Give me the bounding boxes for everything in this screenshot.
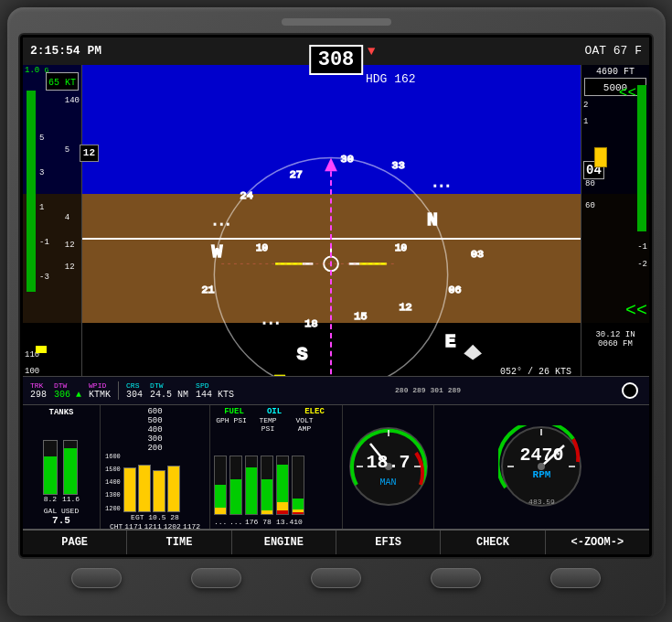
hw-button-5[interactable]	[550, 568, 601, 588]
hdg-label: HDG 162	[366, 72, 416, 86]
tach-gauge: 2470 RPM 483.59	[498, 425, 585, 508]
as-scale: 5 3 1 -1 -3	[39, 134, 49, 282]
elec-col-header: ELEC	[297, 407, 332, 416]
heading-box: 308	[309, 45, 364, 75]
egt-bar-3	[153, 470, 165, 512]
nav-dtw: DTW 306 ▲	[54, 381, 81, 400]
dtw2-value: 24.5 NM	[150, 390, 188, 400]
gal-used-value: 7.5	[26, 515, 97, 526]
oil-temp-val: 176	[245, 518, 258, 526]
alt-green-bar	[637, 85, 646, 231]
oat-display: OAT 67 F	[585, 44, 642, 58]
foe-values: ... ... 176 78 13.4 10	[212, 517, 340, 527]
dtw2-label: DTW	[150, 381, 188, 390]
hdg-row: 280 289 301 289	[241, 386, 614, 394]
svg-text:S: S	[297, 345, 308, 365]
hw-button-2[interactable]	[191, 568, 241, 588]
volt-val: 13.4	[276, 518, 289, 526]
hw-button-1[interactable]	[71, 568, 122, 588]
fuel-psi-fill	[230, 479, 241, 514]
wpid-label: WPID	[89, 381, 111, 390]
oil-col-header: OIL	[257, 407, 292, 416]
altimeter-sub: 0060 FM	[581, 339, 649, 349]
cdi-dot	[622, 382, 638, 399]
airspeed-green-bar	[27, 91, 36, 292]
fuel-psi-val: ...	[229, 518, 242, 526]
tach-rpm-label: RPM	[533, 468, 551, 479]
screen: 2:15:54 PM ADVANCED ▼ OAT 67 F 308 HDG 1…	[23, 38, 649, 554]
egt-label-row: EGT 10.5 28	[102, 513, 208, 521]
tank-left-value: 8.2	[44, 495, 57, 503]
vsi-chevron: <<	[625, 300, 647, 321]
nav-trk: TRK 298	[30, 381, 47, 400]
nav-divider1	[118, 381, 119, 400]
nav-dtw2: DTW 24.5 NM	[150, 381, 188, 400]
dtw-value: 306 ▲	[54, 390, 81, 400]
egt-scale-label: 600500400300200	[102, 407, 208, 453]
device-shell: 2:15:54 PM ADVANCED ▼ OAT 67 F 308 HDG 1…	[7, 7, 666, 616]
egt-scale-nums: 16001500140013001200	[105, 453, 122, 512]
crs-label: CRS	[126, 381, 143, 390]
fuel-gph-val: ...	[214, 518, 227, 526]
fuel-oil-elec-section: FUEL OIL ELEC GPH PSI TEMP PSI VOLT AMP	[210, 405, 343, 529]
volt-red	[277, 510, 288, 513]
nav-btn-engine[interactable]: ENGINE	[232, 531, 336, 554]
man-pressure-value: 18.7	[366, 452, 410, 473]
kt-label: 65 KT	[48, 78, 76, 88]
time-display: 2:15:54 PM	[30, 44, 101, 58]
alt-yellow-bug	[594, 147, 607, 167]
foe-bars	[212, 433, 340, 517]
nav-btn-efis[interactable]: EFIS	[336, 531, 441, 554]
screen-bezel: 2:15:54 PM ADVANCED ▼ OAT 67 F 308 HDG 1…	[18, 33, 654, 559]
tach-sub-value: 483.59	[528, 498, 555, 506]
fuel-col-header: FUEL	[217, 407, 251, 416]
nav-wpid: WPID KTMK	[89, 381, 111, 400]
egt-bar-1	[123, 467, 136, 512]
crs-value: 304	[126, 390, 143, 400]
amp-fill	[293, 499, 304, 510]
airspeed-numbers: 140 5 12 4 12 12	[65, 94, 80, 274]
engine-section: TANKS 8.2 11.6	[23, 405, 649, 529]
tank-left-bar: 8.2	[43, 440, 58, 503]
fuel-gph-bar	[214, 456, 227, 515]
as-bug	[36, 346, 47, 353]
tank-left-fill	[44, 456, 57, 494]
alt-chevron: <<	[619, 85, 636, 102]
trk-value: 298	[30, 390, 47, 400]
vsi-numbers: -1 -2	[637, 239, 647, 275]
amp-red	[293, 512, 304, 513]
man-gauge: 18.7 MAN	[347, 425, 430, 508]
as-bottom: 110 100	[25, 350, 39, 376]
nav-crs: CRS 304	[126, 381, 143, 400]
oil-psi-bar	[261, 456, 273, 515]
nav-btn-check[interactable]: CHECK	[441, 531, 545, 554]
amp-val: 10	[292, 518, 304, 526]
svg-marker-30	[464, 344, 482, 359]
volt-fill	[277, 465, 288, 502]
oiltemp-label: TEMP PSI	[251, 416, 285, 433]
tanks-title: TANKS	[26, 408, 97, 417]
altimeter-area: 30.12 IN 0060 FM	[581, 330, 649, 349]
egt-bar-2	[138, 465, 151, 512]
heading-value: 308	[318, 48, 355, 71]
egt-bar-4	[167, 466, 180, 511]
dtw-label: DTW	[54, 381, 81, 390]
nav-btn-zoom[interactable]: <-ZOOM->	[546, 531, 649, 554]
hardware-buttons-row	[18, 564, 654, 592]
tank-right-bar: 11.6	[62, 440, 80, 503]
svg-text:E: E	[445, 331, 456, 351]
nav-bar: PAGE TIME ENGINE EFIS CHECK <-ZOOM->	[23, 529, 649, 554]
foe-headers: FUEL OIL ELEC	[212, 407, 340, 416]
hdg-row-values: 280 289 301 289	[241, 386, 614, 394]
oil-psi-yellow	[261, 510, 272, 513]
egt-bars-row	[123, 453, 205, 512]
nav-btn-time[interactable]: TIME	[127, 531, 231, 554]
spd-value: 144 KTS	[196, 390, 234, 400]
top-handle	[282, 18, 391, 26]
hw-button-3[interactable]	[311, 568, 361, 588]
oil-temp-fill	[246, 467, 257, 513]
alt-numbers-right: 2 1	[583, 97, 588, 130]
hw-button-4[interactable]	[431, 568, 481, 588]
nav-btn-page[interactable]: PAGE	[23, 531, 127, 554]
oil-psi-val: 78	[261, 518, 273, 526]
